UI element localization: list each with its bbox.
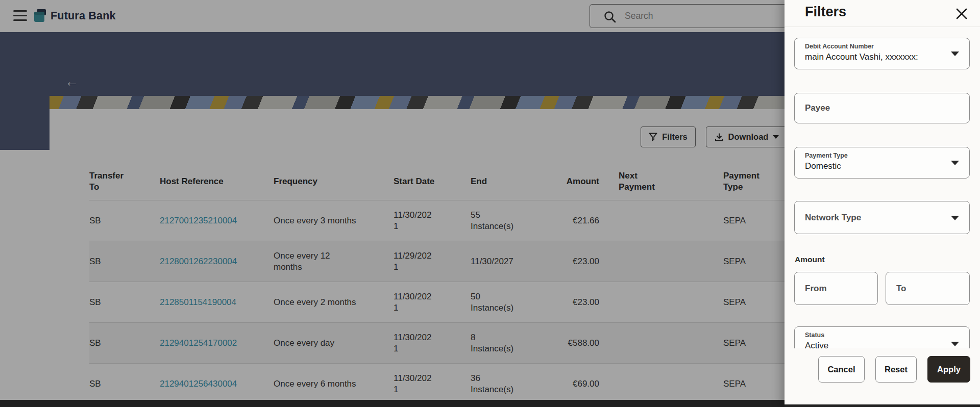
close-icon[interactable] <box>954 7 969 21</box>
payee-input[interactable] <box>795 93 969 123</box>
reset-button[interactable]: Reset <box>875 356 917 383</box>
debit-account-label: Debit Account Number <box>805 43 874 50</box>
amount-to-input[interactable] <box>886 272 969 304</box>
filters-panel: Filters Debit Account Number main Accoun… <box>785 0 980 407</box>
payment-type-dropdown[interactable]: Payment Type Domestic <box>794 147 970 179</box>
dropdown-arrow-icon <box>951 216 959 220</box>
debit-account-dropdown[interactable]: Debit Account Number main Account Vashi,… <box>794 38 970 69</box>
filters-panel-footer: Cancel Reset Apply <box>785 348 980 407</box>
filters-panel-title: Filters <box>805 4 846 20</box>
amount-to-field[interactable] <box>886 272 970 305</box>
dropdown-arrow-icon <box>951 342 959 346</box>
dropdown-arrow-icon <box>951 161 959 165</box>
payment-type-value: Domestic <box>805 161 841 171</box>
status-label: Status <box>805 332 824 339</box>
modal-scrim[interactable] <box>0 0 785 407</box>
cancel-button[interactable]: Cancel <box>818 356 865 383</box>
network-type-input[interactable] <box>795 201 948 234</box>
dropdown-arrow-icon <box>951 52 959 56</box>
payment-type-label: Payment Type <box>805 152 848 159</box>
amount-from-field[interactable] <box>794 272 878 305</box>
amount-from-input[interactable] <box>795 272 877 304</box>
debit-account-value: main Account Vashi, xxxxxxx: <box>805 52 918 62</box>
filters-panel-header: Filters <box>785 0 980 27</box>
payee-field[interactable] <box>794 93 970 123</box>
network-type-dropdown[interactable] <box>794 201 970 234</box>
amount-section-label: Amount <box>795 255 825 264</box>
apply-button[interactable]: Apply <box>927 356 970 383</box>
